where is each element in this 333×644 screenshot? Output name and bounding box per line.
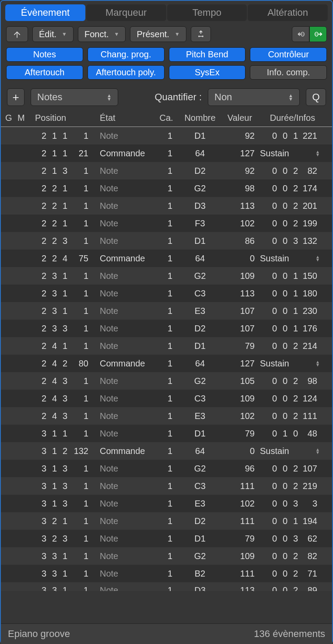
cell-canal[interactable]: 1 [155,218,178,229]
table-row[interactable]: 3131Note1C3111002219 [1,477,332,495]
filter-progchange[interactable]: Chang. prog. [88,47,165,62]
cell-position[interactable]: 312132 [31,446,100,456]
cell-valeur[interactable]: 127 [222,148,257,158]
table-row[interactable]: 2431Note1E3102002111 [1,407,332,425]
cell-duree[interactable]: 00271 [257,569,328,579]
cell-etat[interactable]: Note [100,289,155,299]
cell-nombre[interactable]: E3 [178,306,222,316]
cell-nombre[interactable]: C3 [178,481,222,491]
cell-duree[interactable]: 002201 [257,201,328,211]
cell-etat[interactable]: Note [100,341,155,351]
cell-duree[interactable]: 00282 [257,551,328,561]
table-row[interactable]: 2211Note1F3102002199 [1,215,332,232]
table-row[interactable]: 2311Note1G2109001150 [1,267,332,285]
cell-nombre[interactable]: D2 [178,516,222,526]
table-row[interactable]: 2211Note1D3113002201 [1,197,332,215]
cell-nombre[interactable]: E3 [178,499,222,509]
cell-etat[interactable]: Note [100,201,155,211]
table-row[interactable]: 2211Note1G298002174 [1,179,332,197]
cell-valeur[interactable]: 0 [222,253,257,264]
table-row[interactable]: 2311Note1E3107001230 [1,302,332,320]
cell-duree[interactable]: 002124 [257,394,328,404]
midi-out-button[interactable] [309,26,327,42]
cell-duree[interactable]: 002199 [257,218,328,229]
cell-duree[interactable]: 01048 [257,429,328,439]
cell-position[interactable]: 3131 [31,481,100,491]
col-header-g[interactable]: G [5,113,18,123]
cell-canal[interactable]: 1 [155,166,178,176]
filter-meta[interactable]: Info. comp. [250,65,327,80]
catch-playhead-button[interactable] [191,26,211,42]
cell-canal[interactable]: 1 [155,376,178,386]
cell-canal[interactable]: 1 [155,131,178,141]
cell-etat[interactable]: Note [100,236,155,246]
table-row[interactable]: 3111Note1D17901048 [1,425,332,442]
cell-position[interactable]: 3111 [31,429,100,439]
table-row[interactable]: 21121Commande164127Sustain▲▼ [1,144,332,162]
cell-etat[interactable]: Note [100,166,155,176]
cell-position[interactable]: 2311 [31,271,100,281]
table-row[interactable]: 312132Commande1640Sustain▲▼ [1,442,332,460]
cell-etat[interactable]: Note [100,376,155,386]
cell-duree[interactable]: 00362 [257,534,328,544]
cell-etat[interactable]: Note [100,585,155,591]
cell-duree[interactable]: 002107 [257,464,328,474]
table-row[interactable]: 3131Note1E31020033 [1,495,332,512]
cell-duree[interactable]: 002214 [257,341,328,351]
cell-valeur[interactable]: 96 [222,464,257,474]
cell-duree[interactable]: 002219 [257,481,328,491]
table-row[interactable]: 2411Note1D179002214 [1,337,332,355]
cell-canal[interactable]: 1 [155,411,178,421]
cell-canal[interactable]: 1 [155,534,178,544]
cell-etat[interactable]: Note [100,131,155,141]
cell-canal[interactable]: 1 [155,516,178,526]
table-row[interactable]: 22475Commande1640Sustain▲▼ [1,250,332,267]
cell-valeur[interactable]: 102 [222,218,257,229]
cell-valeur[interactable]: 113 [222,585,257,591]
cell-nombre[interactable]: G2 [178,551,222,561]
col-header-m[interactable]: M [18,113,31,123]
cell-etat[interactable]: Note [100,551,155,561]
cell-nombre[interactable]: D1 [178,341,222,351]
cell-position[interactable]: 22475 [31,253,100,264]
filter-aftertouch[interactable]: Aftertouch [6,65,83,80]
cell-valeur[interactable]: 109 [222,551,257,561]
cell-valeur[interactable]: 102 [222,411,257,421]
cell-duree[interactable]: 001221 [257,131,328,141]
cell-etat[interactable]: Commande [100,359,155,369]
cell-position[interactable]: 3131 [31,499,100,509]
cell-valeur[interactable]: 86 [222,236,257,246]
cell-valeur[interactable]: 79 [222,429,257,439]
cell-position[interactable]: 3311 [31,551,100,561]
filter-pitchbend[interactable]: Pitch Bend [169,47,246,62]
cell-nombre[interactable]: C3 [178,289,222,299]
updown-icon[interactable]: ▲▼ [315,255,320,261]
filter-controller[interactable]: Contrôleur [250,47,327,62]
cell-position[interactable]: 2211 [31,218,100,229]
cell-canal[interactable]: 1 [155,201,178,211]
cell-valeur[interactable]: 0 [222,446,257,456]
cell-etat[interactable]: Note [100,464,155,474]
cell-position[interactable]: 2311 [31,306,100,316]
cell-position[interactable]: 2431 [31,394,100,404]
cell-canal[interactable]: 1 [155,464,178,474]
table-row[interactable]: 2311Note1C3113001180 [1,285,332,302]
cell-canal[interactable]: 1 [155,289,178,299]
cell-canal[interactable]: 1 [155,148,178,158]
cell-nombre[interactable]: 64 [178,446,222,456]
cell-nombre[interactable]: 64 [178,148,222,158]
updown-icon[interactable]: ▲▼ [315,360,320,366]
cell-position[interactable]: 3311 [31,569,100,579]
cell-position[interactable]: 2131 [31,166,100,176]
updown-icon[interactable]: ▲▼ [315,150,320,156]
cell-nombre[interactable]: G2 [178,464,222,474]
cell-etat[interactable]: Note [100,183,155,194]
event-type-select[interactable]: Notes ▲▼ [31,88,118,106]
cell-canal[interactable]: 1 [155,429,178,439]
table-row[interactable]: 3211Note1D2111001194 [1,512,332,530]
cell-etat[interactable]: Note [100,411,155,421]
view-menu-button[interactable]: Présent.▼ [130,26,186,42]
cell-canal[interactable]: 1 [155,394,178,404]
quantize-apply-button[interactable]: Q [306,88,326,106]
cell-duree[interactable]: 0033 [257,499,328,509]
